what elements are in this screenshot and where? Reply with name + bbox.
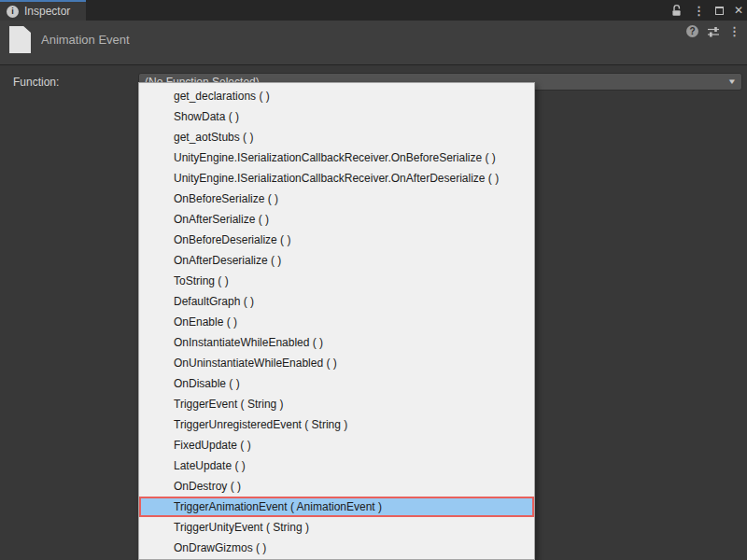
inspector-window: i Inspector ⋮ ✕ Animation Event ? [0,0,747,560]
tab-bar: i Inspector ⋮ ✕ [0,0,747,21]
dropdown-item[interactable]: TriggerEvent ( String ) [139,394,534,414]
dropdown-item[interactable]: FixedUpdate ( ) [139,435,534,455]
dropdown-item[interactable]: OnAfterDeserialize ( ) [139,250,534,271]
dropdown-item[interactable]: UnityEngine.ISerializationCallbackReceiv… [139,168,534,189]
component-menu-icon[interactable]: ⋮ [728,25,740,37]
dropdown-item[interactable]: OnInstantiateWhileEnabled ( ) [139,332,534,353]
dropdown-item[interactable]: UnityEngine.ISerializationCallbackReceiv… [139,147,534,168]
function-dropdown-menu: get_declarations ( )ShowData ( )get_aotS… [138,82,535,560]
dropdown-item[interactable]: DefaultGraph ( ) [139,291,534,312]
dropdown-item[interactable]: OnUninstantiateWhileEnabled ( ) [139,353,534,373]
component-header: Animation Event ? ⋮ [0,21,747,65]
dropdown-item[interactable]: TriggerAnimationEvent ( AnimationEvent ) [139,497,534,517]
dropdown-item[interactable]: OnDestroy ( ) [139,476,534,497]
dropdown-item[interactable]: ToString ( ) [139,271,534,291]
window-controls: ⋮ ✕ [670,0,743,21]
component-title: Animation Event [41,33,130,47]
dropdown-item[interactable]: OnBeforeDeserialize ( ) [139,230,534,250]
function-label: Function: [13,76,59,89]
help-icon[interactable]: ? [686,25,698,37]
presets-icon[interactable] [707,26,720,37]
dropdown-item[interactable]: OnAfterSerialize ( ) [139,209,534,230]
dropdown-item[interactable]: OnBeforeSerialize ( ) [139,189,534,209]
dropdown-item[interactable]: ShowData ( ) [139,106,534,127]
dropdown-item[interactable]: TriggerUnregisteredEvent ( String ) [139,414,534,435]
inspector-body: Function: (No Function Selected) ▼ get_d… [0,66,747,560]
window-menu-icon[interactable]: ⋮ [693,5,705,17]
dropdown-item[interactable]: OnDrawGizmos ( ) [139,538,534,558]
dropdown-item[interactable]: TriggerUnityEvent ( String ) [139,517,534,538]
asset-document-icon [9,26,31,53]
dropdown-item[interactable]: OnEnable ( ) [139,312,534,332]
unlock-icon[interactable] [670,4,683,17]
maximize-icon[interactable] [715,7,724,15]
tab-inspector[interactable]: i Inspector [0,0,86,21]
dropdown-item[interactable]: get_declarations ( ) [139,86,534,106]
chevron-down-icon: ▼ [727,78,737,86]
tab-label: Inspector [24,5,70,18]
close-icon[interactable]: ✕ [734,5,743,16]
info-icon: i [7,6,19,18]
dropdown-item[interactable]: LateUpdate ( ) [139,455,534,476]
dropdown-item[interactable]: get_aotStubs ( ) [139,127,534,147]
dropdown-item[interactable]: OnDisable ( ) [139,373,534,394]
header-icons: ? ⋮ [686,25,740,37]
